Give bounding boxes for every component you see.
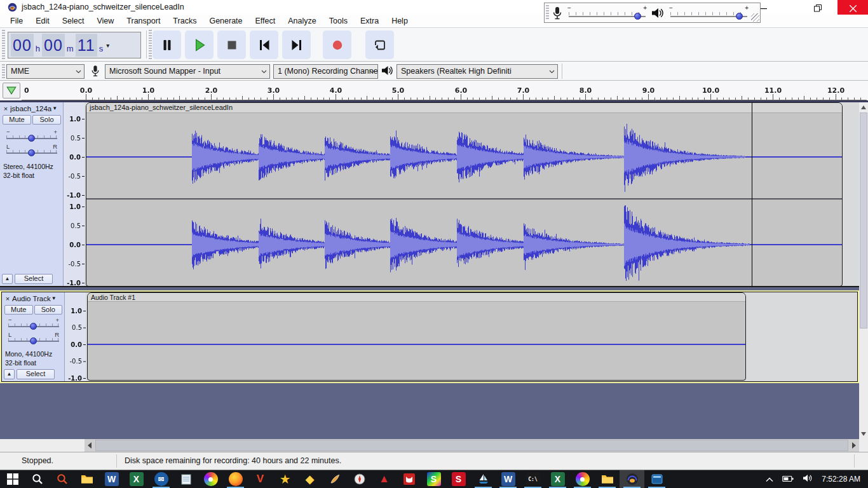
solo-button[interactable]: Solo — [32, 115, 61, 125]
taskbar-icon-excel[interactable]: X — [124, 470, 149, 488]
taskbar-icon-red-s-app[interactable]: S — [446, 470, 471, 488]
taskbar-icon-audacity[interactable] — [620, 470, 644, 488]
taskbar-icon-command-prompt[interactable]: C:\ — [520, 470, 545, 488]
track-close-button[interactable]: × — [1, 105, 10, 112]
taskbar-icon-word[interactable]: W — [99, 470, 124, 488]
select-button[interactable]: Select — [17, 369, 55, 379]
select-button[interactable]: Select — [15, 274, 53, 284]
track-title[interactable]: jsbach_124a — [10, 105, 51, 112]
timeline-ruler[interactable] — [0, 81, 868, 102]
tray-clock[interactable]: 7:52:28 AM — [822, 475, 860, 484]
solo-button[interactable]: Solo — [34, 305, 63, 315]
menu-item-tracks[interactable]: Tracks — [166, 15, 203, 27]
taskbar-icon-smiley-diamond[interactable]: ◆ — [297, 470, 322, 488]
clip-title[interactable]: Audio Track #1 — [88, 293, 745, 302]
timeline-pin-button[interactable] — [3, 83, 20, 98]
taskbar-icon-file-explorer[interactable] — [74, 470, 99, 488]
menu-item-tools[interactable]: Tools — [323, 15, 354, 27]
mute-button[interactable]: Mute — [4, 305, 33, 315]
taskbar-icon-compass-app[interactable] — [347, 470, 372, 488]
playback-volume-slider[interactable]: − + — [669, 4, 749, 22]
scroll-left-arrow[interactable] — [88, 442, 92, 449]
horizontal-scrollbar[interactable] — [85, 439, 859, 452]
tray-chevron-up-icon[interactable] — [766, 473, 773, 485]
counter-format-dropdown[interactable]: ▾ — [106, 42, 109, 49]
menu-item-view[interactable]: View — [90, 15, 120, 27]
vertical-scale-ruler[interactable] — [64, 102, 85, 286]
collapse-button[interactable]: ▲ — [2, 274, 13, 284]
recording-volume-slider[interactable]: − + — [567, 4, 647, 22]
menu-item-analyze[interactable]: Analyze — [281, 15, 322, 27]
transport-skip-to-end-button[interactable] — [282, 30, 311, 59]
scroll-down-arrow[interactable] — [861, 432, 866, 436]
audio-clip-empty[interactable]: Audio Track #1 — [87, 292, 746, 381]
track-title[interactable]: Audio Track — [12, 295, 51, 302]
transport-play-button[interactable] — [185, 30, 214, 59]
horizontal-scrollbar-thumb[interactable] — [95, 440, 848, 451]
waveform-right-channel[interactable] — [86, 200, 842, 286]
clip-title[interactable]: jsbach_124a-piano_schweitzer_silenceLead… — [86, 103, 842, 113]
scroll-right-arrow[interactable] — [852, 442, 856, 449]
track1-waveform-area[interactable]: jsbach_124a-piano_schweitzer_silenceLead… — [85, 102, 859, 286]
vertical-scrollbar-thumb[interactable] — [860, 112, 867, 329]
menu-item-transport[interactable]: Transport — [120, 15, 166, 27]
taskbar-icon-excel-2[interactable]: X — [545, 470, 570, 488]
track-menu-arrow-icon[interactable]: ▼ — [52, 105, 57, 111]
scroll-up-arrow[interactable] — [861, 105, 866, 109]
track2-waveform-area[interactable]: Audio Track #1 — [86, 292, 857, 381]
menu-item-edit[interactable]: Edit — [29, 15, 56, 27]
counter-hours[interactable]: 00 — [11, 34, 34, 57]
taskbar-icon-notepad[interactable] — [173, 470, 198, 488]
recording-device-select[interactable]: Microsoft Sound Mapper - Input — [105, 64, 270, 79]
transport-stop-button[interactable] — [217, 30, 246, 59]
taskbar-icon-palette-2[interactable] — [570, 470, 595, 488]
counter-seconds[interactable]: 11 — [76, 34, 97, 57]
taskbar-icon-ship-app[interactable] — [471, 470, 496, 488]
mute-button[interactable]: Mute — [3, 115, 31, 125]
counter-minutes[interactable]: 00 — [42, 34, 65, 57]
playback-volume-knob[interactable] — [736, 13, 743, 20]
transport-skip-to-start-button[interactable] — [250, 30, 278, 59]
taskbar-icon-start-button[interactable] — [0, 470, 25, 488]
gain-slider[interactable]: − + — [6, 317, 62, 330]
menu-item-extra[interactable]: Extra — [354, 15, 385, 27]
taskbar-icon-thunderbird[interactable]: ✉ — [149, 470, 173, 488]
toolbar-gripper[interactable] — [2, 30, 5, 59]
audio-host-select[interactable]: MME — [6, 64, 85, 79]
pan-knob[interactable] — [30, 337, 37, 344]
pan-knob[interactable] — [28, 149, 35, 156]
toolbar-gripper[interactable] — [546, 5, 549, 20]
taskbar-icon-feather-app[interactable] — [322, 470, 347, 488]
battery-icon[interactable] — [782, 473, 794, 485]
menu-item-file[interactable]: File — [4, 15, 29, 27]
taskbar-icon-word-2[interactable]: W — [496, 470, 520, 488]
gain-slider[interactable]: − + — [4, 129, 60, 142]
gain-knob[interactable] — [30, 323, 37, 330]
waveform-left-channel[interactable] — [86, 113, 842, 198]
track-menu-arrow-icon[interactable]: ▼ — [51, 295, 57, 301]
taskbar-icon-window-blue[interactable] — [644, 470, 669, 488]
taskbar-icon-search[interactable] — [25, 470, 50, 488]
toolbar-resize-grip[interactable] — [751, 13, 759, 22]
transport-record-button[interactable] — [323, 30, 351, 59]
taskbar-icon-v-logo[interactable]: V — [248, 470, 273, 488]
vertical-scrollbar[interactable] — [859, 102, 868, 439]
timeline-canvas[interactable] — [22, 82, 867, 100]
recording-channels-select[interactable]: 1 (Mono) Recording Channe — [273, 64, 378, 79]
collapse-button[interactable]: ▲ — [4, 369, 15, 379]
toolbar-gripper[interactable] — [149, 30, 152, 59]
taskbar-icon-folder-2[interactable] — [595, 470, 620, 488]
taskbar-icon-star-app[interactable]: ★ — [273, 470, 297, 488]
vertical-scale-ruler[interactable] — [65, 292, 86, 381]
menu-item-generate[interactable]: Generate — [203, 15, 248, 27]
taskbar-icon-cat-app[interactable] — [397, 470, 421, 488]
taskbar-icon-triangles-app[interactable]: ▲ — [372, 470, 397, 488]
audio-clip[interactable]: jsbach_124a-piano_schweitzer_silenceLead… — [86, 102, 843, 286]
taskbar-icon-zoom-tool[interactable] — [50, 470, 74, 488]
menu-item-select[interactable]: Select — [56, 15, 91, 27]
transport-loop-button[interactable] — [365, 30, 394, 59]
waveform-mono-channel[interactable] — [88, 302, 745, 380]
toolbar-gripper[interactable] — [2, 64, 5, 78]
taskbar-icon-pixel-s-app[interactable]: S — [421, 470, 446, 488]
playback-device-select[interactable]: Speakers (Realtek High Definiti — [397, 64, 558, 79]
